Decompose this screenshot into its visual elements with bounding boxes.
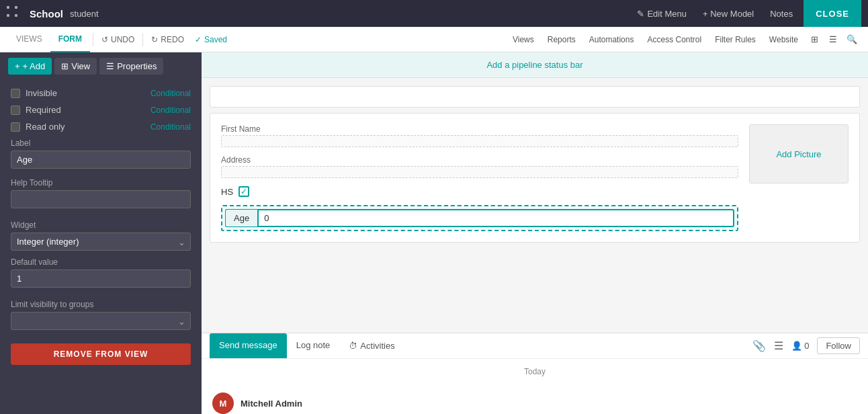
user-name: Mitchell Admin <box>241 399 302 409</box>
properties-icon: ☰ <box>106 61 114 71</box>
default-value-title: Default value <box>11 257 191 267</box>
tab-log-note[interactable]: Log note <box>287 333 340 358</box>
address-row: Address <box>221 155 738 178</box>
readonly-label: Read only <box>26 122 65 132</box>
readonly-row: Read only Conditional <box>11 122 191 132</box>
toolbar-right: Views Reports Automations Access Control… <box>507 32 860 48</box>
address-label: Address <box>221 155 738 165</box>
saved-indicator: ✓ Saved <box>195 35 227 44</box>
add-picture-button[interactable]: Add Picture <box>749 124 849 183</box>
list-icon[interactable]: ☰ <box>774 339 783 352</box>
hs-label: HS <box>221 187 233 197</box>
required-checkbox[interactable] <box>11 106 20 115</box>
toolbar: VIEWS FORM ↺ UNDO ↻ REDO ✓ Saved Views R… <box>0 27 868 52</box>
today-section: Today <box>202 359 868 392</box>
right-content: Add a pipeline status bar First Name Add… <box>202 52 868 414</box>
undo-icon: ↺ <box>101 35 108 44</box>
form-top-strip <box>210 86 860 108</box>
help-tooltip-input[interactable] <box>11 190 191 208</box>
top-nav: School student ✎ Edit Menu + New Model N… <box>0 0 868 27</box>
invisible-checkbox[interactable] <box>11 89 20 98</box>
form-card-left: First Name Address HS ✓ <box>221 124 738 231</box>
list-icon[interactable]: ☰ <box>825 32 841 48</box>
check-mark: ✓ <box>241 187 247 196</box>
hs-checkbox[interactable]: ✓ <box>238 186 249 197</box>
reports-button[interactable]: Reports <box>542 35 581 44</box>
invisible-row: Invisible Conditional <box>11 88 191 98</box>
user-row: M Mitchell Admin <box>202 392 868 414</box>
age-input[interactable] <box>257 209 734 227</box>
bottom-right-icons: 📎 ☰ 👤 0 Follow <box>752 337 860 354</box>
remove-from-view-button[interactable]: REMOVE FROM VIEW <box>11 343 191 365</box>
today-label: Today <box>212 367 857 376</box>
toolbar-left: VIEWS FORM ↺ UNDO ↻ REDO ✓ Saved <box>8 27 227 52</box>
limit-visibility-title: Limit visibility to groups <box>11 300 191 309</box>
bottom-tabs: Send message Log note ⏱ Activities 📎 ☰ 👤… <box>202 333 868 359</box>
today-wrapper: Today <box>212 367 857 380</box>
form-card-right: Add Picture <box>749 124 849 231</box>
age-field-selected[interactable]: Age <box>221 205 738 231</box>
required-row: Required Conditional <box>11 105 191 115</box>
plus-icon: + <box>15 61 20 71</box>
tab-views[interactable]: VIEWS <box>8 27 50 52</box>
notes-button[interactable]: Notes <box>765 6 798 22</box>
label-title: Label <box>11 138 191 148</box>
required-label: Required <box>26 105 61 115</box>
main-layout: + + Add ⊞ View ☰ Properties Invisible Co… <box>0 52 868 414</box>
view-button[interactable]: ⊞ View <box>54 58 97 75</box>
properties-button[interactable]: ☰ Properties <box>99 58 163 75</box>
required-conditional[interactable]: Conditional <box>150 106 191 115</box>
readonly-conditional[interactable]: Conditional <box>150 122 191 132</box>
readonly-checkbox[interactable] <box>11 122 20 132</box>
follow-button[interactable]: Follow <box>817 337 860 354</box>
filter-rules-button[interactable]: Filter Rules <box>709 35 761 44</box>
app-name: School <box>30 8 63 19</box>
label-input[interactable] <box>11 151 191 169</box>
close-button[interactable]: CLOSE <box>804 0 861 27</box>
toolbar-divider <box>93 33 93 46</box>
check-icon: ✓ <box>195 35 202 44</box>
website-button[interactable]: Website <box>764 35 804 44</box>
app-grid-icon <box>7 6 21 21</box>
pipeline-bar[interactable]: Add a pipeline status bar <box>202 52 868 78</box>
left-sidebar: + + Add ⊞ View ☰ Properties Invisible Co… <box>0 52 202 414</box>
sidebar-top-actions: + + Add ⊞ View ☰ Properties <box>0 52 202 80</box>
app-module: student <box>70 9 99 19</box>
person-icon: 👤 <box>791 341 802 351</box>
widget-select[interactable]: Integer (integer) <box>11 233 191 251</box>
tab-send-message[interactable]: Send message <box>210 333 287 358</box>
age-label: Age <box>225 209 257 227</box>
access-control-button[interactable]: Access Control <box>642 35 707 44</box>
edit-menu-button[interactable]: ✎ Edit Menu <box>632 6 692 22</box>
views-button[interactable]: Views <box>507 35 539 44</box>
invisible-label: Invisible <box>26 88 57 98</box>
help-tooltip-title: Help Tooltip <box>11 178 191 188</box>
visibility-group-input[interactable] <box>11 312 191 330</box>
firstname-row: First Name <box>221 124 738 147</box>
bottom-section: Send message Log note ⏱ Activities 📎 ☰ 👤… <box>202 333 868 414</box>
form-area: First Name Address HS ✓ <box>202 78 868 333</box>
default-value-input[interactable] <box>11 270 191 288</box>
redo-button[interactable]: ↻ REDO <box>146 35 189 44</box>
automations-button[interactable]: Automations <box>584 35 640 44</box>
widget-select-wrap: Integer (integer) <box>11 233 191 251</box>
toolbar-divider2 <box>142 33 143 46</box>
form-card: First Name Address HS ✓ <box>210 113 860 243</box>
avatar: M <box>212 392 234 414</box>
undo-button[interactable]: ↺ UNDO <box>96 35 140 44</box>
hs-row: HS ✓ <box>221 186 738 197</box>
firstname-value <box>221 135 738 147</box>
tab-form[interactable]: FORM <box>50 27 90 52</box>
tab-activities[interactable]: ⏱ Activities <box>339 334 404 358</box>
search-icon[interactable]: 🔍 <box>844 32 860 48</box>
redo-icon: ↻ <box>151 35 158 44</box>
widget-title: Widget <box>11 220 191 230</box>
invisible-conditional[interactable]: Conditional <box>150 89 191 98</box>
add-button[interactable]: + + Add <box>8 58 52 75</box>
attachment-icon[interactable]: 📎 <box>752 339 766 352</box>
sidebar-properties: Invisible Conditional Required Condition… <box>0 80 202 373</box>
new-model-button[interactable]: + New Model <box>697 6 759 22</box>
image-icon[interactable]: ⊞ <box>806 32 822 48</box>
age-row: Age <box>225 209 734 227</box>
visibility-group-wrap <box>11 312 191 330</box>
